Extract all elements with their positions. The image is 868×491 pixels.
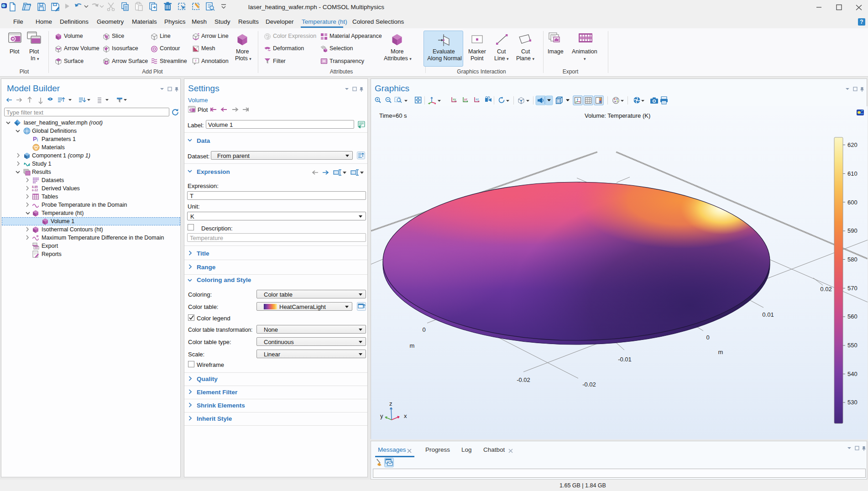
svg-text:xy: xy: [453, 98, 456, 101]
svg-text:0: 0: [422, 326, 425, 333]
svg-text:xz: xz: [476, 98, 479, 101]
svg-text:600: 600: [847, 199, 858, 206]
svg-text:570: 570: [847, 285, 858, 292]
svg-text:540: 540: [847, 371, 858, 377]
svg-text:0.01: 0.01: [762, 311, 774, 318]
svg-text:i: i: [37, 137, 38, 142]
svg-text:T: T: [195, 59, 197, 63]
svg-text:530: 530: [847, 399, 858, 406]
svg-text:8.85: 8.85: [32, 185, 38, 188]
svg-text:yz: yz: [464, 98, 468, 101]
svg-text:610: 610: [847, 170, 858, 177]
svg-text:590: 590: [847, 227, 858, 234]
svg-text:550: 550: [847, 342, 858, 349]
svg-text:P: P: [33, 136, 37, 142]
svg-text:0.02: 0.02: [820, 286, 831, 293]
svg-text:x: x: [404, 413, 407, 419]
svg-text:0: 0: [706, 334, 709, 341]
svg-text:m: m: [410, 342, 415, 349]
svg-text:580: 580: [847, 256, 858, 263]
svg-text:e-12: e-12: [32, 188, 38, 192]
svg-text:620: 620: [847, 141, 858, 148]
svg-text:560: 560: [847, 313, 858, 320]
svg-text:-0.01: -0.01: [618, 356, 632, 363]
svg-text:-0.02: -0.02: [582, 381, 596, 388]
svg-text:z: z: [389, 400, 392, 407]
svg-text:-0.02: -0.02: [517, 376, 530, 383]
svg-text:y: y: [380, 413, 383, 419]
svg-text:m: m: [718, 349, 723, 355]
